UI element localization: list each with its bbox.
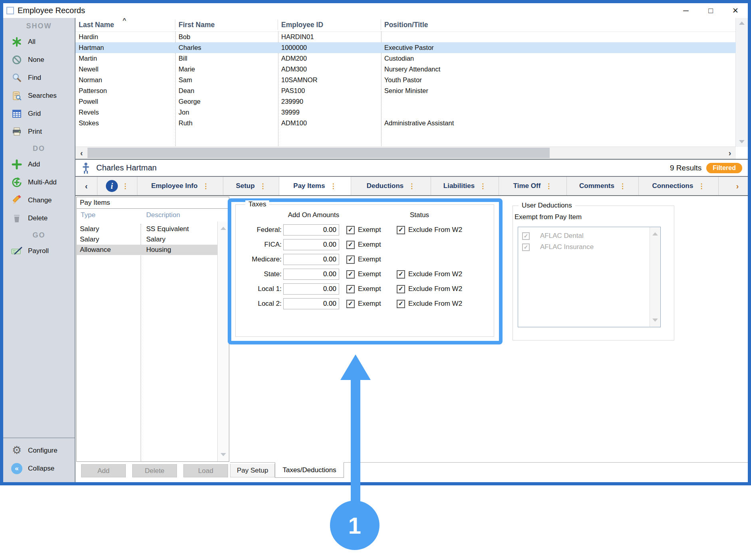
saved-search-icon bbox=[10, 90, 23, 102]
list-item[interactable]: AFLAC Dental bbox=[518, 230, 650, 241]
close-button[interactable]: ✕ bbox=[723, 3, 748, 18]
local2-exclude-w2-checkbox[interactable] bbox=[397, 300, 405, 308]
tab-info-button[interactable]: i ⋮ bbox=[97, 177, 137, 195]
delete-pay-item-button[interactable]: Delete bbox=[132, 464, 177, 477]
table-row[interactable]: PattersonDeanPAS100Senior Minister bbox=[75, 85, 736, 96]
tab-pay-items[interactable]: Pay Items ⋮ bbox=[279, 177, 351, 195]
list-item[interactable]: Salary Salary bbox=[77, 234, 218, 245]
sidebar-item-none[interactable]: None bbox=[3, 51, 75, 69]
column-header-type[interactable]: Type bbox=[77, 211, 141, 219]
scroll-up-icon[interactable] bbox=[736, 18, 748, 28]
sidebar-item-change[interactable]: Change bbox=[3, 191, 75, 209]
tab-menu-dots-icon[interactable]: ⋮ bbox=[260, 182, 266, 190]
tab-taxes-deductions[interactable]: Taxes/Deductions bbox=[275, 462, 344, 478]
tab-menu-dots-icon[interactable]: ⋮ bbox=[698, 182, 705, 190]
local2-exempt-checkbox[interactable] bbox=[346, 300, 355, 308]
local1-amount-input[interactable] bbox=[283, 283, 339, 295]
scroll-up-icon[interactable] bbox=[650, 229, 660, 239]
scroll-left-icon[interactable]: ‹ bbox=[75, 147, 87, 159]
sidebar-item-grid[interactable]: Grid bbox=[3, 105, 75, 123]
table-row[interactable]: NormanSam10SAMNORYouth Pastor bbox=[75, 75, 736, 85]
sidebar-label: Searches bbox=[28, 92, 57, 100]
federal-amount-input[interactable] bbox=[283, 224, 339, 235]
scroll-down-icon[interactable] bbox=[736, 137, 748, 147]
table-row[interactable]: NewellMarieADM300Nursery Attendanct bbox=[75, 64, 736, 75]
sidebar-item-searches[interactable]: Searches bbox=[3, 87, 75, 105]
scroll-down-icon[interactable] bbox=[218, 449, 229, 460]
sidebar-item-find[interactable]: Find bbox=[3, 69, 75, 87]
federal-exempt-checkbox[interactable] bbox=[346, 226, 355, 234]
scroll-down-icon[interactable] bbox=[650, 315, 660, 325]
state-amount-input[interactable] bbox=[283, 269, 339, 280]
sidebar-section-do: DO bbox=[3, 140, 75, 155]
tab-menu-dots-icon[interactable]: ⋮ bbox=[479, 182, 486, 190]
column-header-description[interactable]: Description bbox=[141, 211, 180, 219]
tab-menu-dots-icon[interactable]: ⋮ bbox=[122, 182, 129, 190]
tab-scroll-left-button[interactable]: ‹ bbox=[75, 177, 97, 195]
add-pay-item-button[interactable]: Add bbox=[81, 464, 126, 477]
state-exempt-checkbox[interactable] bbox=[346, 270, 355, 279]
column-header-position-title[interactable]: Position/Title bbox=[381, 18, 736, 32]
tab-pay-setup[interactable]: Pay Setup bbox=[230, 464, 275, 477]
local2-amount-input[interactable] bbox=[283, 298, 339, 309]
table-row[interactable]: RevelsJon39999 bbox=[75, 107, 736, 118]
sidebar-item-configure[interactable]: ⚙ Configure bbox=[3, 441, 75, 459]
tab-comments[interactable]: Comments ⋮ bbox=[567, 177, 639, 195]
table-row[interactable]: PowellGeorge239990 bbox=[75, 96, 736, 107]
sidebar-item-multi-add[interactable]: Multi-Add bbox=[3, 173, 75, 191]
aflac-insurance-checkbox[interactable] bbox=[522, 243, 530, 251]
local1-exclude-w2-checkbox[interactable] bbox=[397, 285, 405, 293]
fica-amount-input[interactable] bbox=[283, 239, 339, 250]
sidebar-item-add[interactable]: Add bbox=[3, 155, 75, 173]
table-row-selected[interactable]: HartmanCharles1000000Executive Pastor bbox=[75, 42, 736, 53]
federal-exclude-w2-checkbox[interactable] bbox=[397, 226, 405, 234]
local1-exempt-checkbox[interactable] bbox=[346, 285, 355, 293]
tab-liabilities[interactable]: Liabilities ⋮ bbox=[431, 177, 499, 195]
filtered-badge[interactable]: Filtered bbox=[706, 163, 742, 173]
sidebar-item-delete[interactable]: Delete bbox=[3, 209, 75, 227]
load-pay-item-button[interactable]: Load bbox=[183, 464, 228, 477]
taxes-rows: Federal: Exempt Exclude From W2 FICA: Ex… bbox=[236, 224, 494, 313]
list-item[interactable]: Salary SS Equivalent bbox=[77, 224, 218, 234]
list-item-selected[interactable]: Allowance Housing bbox=[77, 245, 218, 255]
tab-menu-dots-icon[interactable]: ⋮ bbox=[408, 182, 415, 190]
column-header-last-name[interactable]: Last Name ^ bbox=[75, 18, 175, 32]
sidebar-item-collapse[interactable]: « Collapse bbox=[3, 459, 75, 477]
maximize-button[interactable]: □ bbox=[698, 3, 723, 18]
medicare-amount-input[interactable] bbox=[283, 254, 339, 265]
tab-scroll-right-button[interactable]: › bbox=[727, 177, 748, 195]
tab-menu-dots-icon[interactable]: ⋮ bbox=[619, 182, 626, 190]
scroll-right-icon[interactable]: › bbox=[724, 147, 736, 159]
minimize-button[interactable]: ─ bbox=[674, 3, 698, 18]
pay-items-scrollbar[interactable] bbox=[217, 222, 229, 461]
state-exclude-w2-checkbox[interactable] bbox=[397, 270, 405, 279]
sidebar-item-all[interactable]: All bbox=[3, 33, 75, 51]
column-header-first-name[interactable]: First Name bbox=[175, 18, 278, 32]
tab-menu-dots-icon[interactable]: ⋮ bbox=[545, 182, 552, 190]
scroll-up-icon[interactable] bbox=[218, 223, 229, 233]
user-deductions-scrollbar[interactable] bbox=[650, 227, 660, 327]
sidebar-item-payroll[interactable]: Payroll bbox=[3, 242, 75, 260]
tab-employee-info[interactable]: Employee Info ⋮ bbox=[137, 177, 223, 195]
medicare-exempt-checkbox[interactable] bbox=[346, 255, 355, 264]
table-row[interactable]: StokesRuthADM100Administrative Assistant bbox=[75, 118, 736, 129]
tab-menu-dots-icon[interactable]: ⋮ bbox=[330, 182, 337, 190]
horizontal-scrollbar[interactable]: ‹ › bbox=[75, 146, 736, 159]
tab-setup[interactable]: Setup ⋮ bbox=[223, 177, 279, 195]
sidebar-label: Configure bbox=[28, 447, 58, 455]
tab-connections[interactable]: Connections ⋮ bbox=[639, 177, 719, 195]
vertical-scrollbar[interactable] bbox=[735, 18, 748, 147]
list-item[interactable]: AFLAC Insurance bbox=[518, 241, 650, 253]
tab-deductions[interactable]: Deductions ⋮ bbox=[351, 177, 431, 195]
tab-time-off[interactable]: Time Off ⋮ bbox=[499, 177, 567, 195]
table-row[interactable]: MartinBillADM200Custodian bbox=[75, 53, 736, 64]
column-header-employee-id[interactable]: Employee ID bbox=[278, 18, 381, 32]
tab-menu-dots-icon[interactable]: ⋮ bbox=[203, 182, 209, 190]
scrollbar-thumb[interactable] bbox=[87, 148, 550, 158]
sidebar-item-print[interactable]: Print bbox=[3, 123, 75, 140]
table-row[interactable]: HardinBobHARDIN01 bbox=[75, 32, 736, 42]
aflac-dental-checkbox[interactable] bbox=[522, 232, 530, 240]
fica-exempt-checkbox[interactable] bbox=[346, 241, 355, 249]
detail-tab-strip: Pay Setup Taxes/Deductions bbox=[230, 462, 748, 479]
employee-list-header: Last Name ^ First Name Employee ID bbox=[75, 18, 736, 32]
